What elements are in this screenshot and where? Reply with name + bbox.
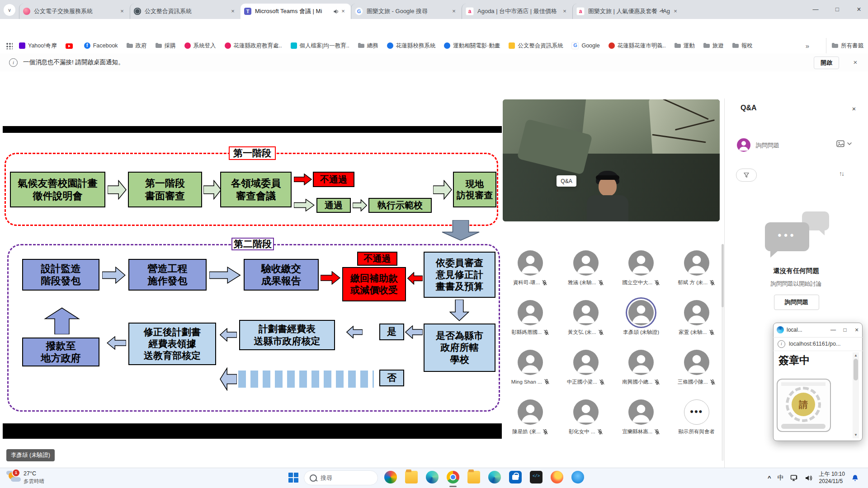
- popup-maximize-button[interactable]: □: [839, 327, 851, 333]
- bookmark-label: 總務: [367, 42, 378, 50]
- taskbar-search[interactable]: 搜尋: [304, 470, 378, 485]
- participant-tile[interactable]: 彰縣媽厝國...: [503, 292, 558, 342]
- screen: ∨ 公文電子交換服務系統 × 公文整合資訊系統 ×: [0, 0, 868, 488]
- participant-tile[interactable]: 宜蘭縣林惠...: [613, 391, 669, 441]
- bookmark-favicon: [675, 42, 681, 49]
- participant-tile[interactable]: ••• 顯示所有與會者: [669, 391, 725, 441]
- qa-attach-media-button[interactable]: [836, 140, 852, 147]
- popup-close-button[interactable]: ×: [851, 326, 863, 333]
- meeting-top-bar: 02:17:20 聊天 ? Q&A Q&A 259 人員 舉手 傳送表情符號: [0, 71, 868, 99]
- popup-url-row[interactable]: i localhost:61161/po...: [773, 337, 863, 351]
- participant-tile[interactable]: 南興國小總...: [613, 342, 669, 391]
- taskbar-app-icon[interactable]: [426, 471, 439, 483]
- notification-bell-icon[interactable]: [851, 474, 859, 482]
- participant-tile[interactable]: 彰化女中 ...: [558, 391, 614, 441]
- enable-notifications-button[interactable]: 開啟: [814, 56, 839, 69]
- browser-tab[interactable]: Agoda | 台中市酒店 | 最佳價格 ×: [462, 4, 572, 19]
- arrow-right-red-icon: [321, 271, 340, 285]
- taskbar-app-icon[interactable]: [488, 471, 501, 483]
- bookmark-item[interactable]: 系統登入: [184, 42, 216, 50]
- bookmark-item[interactable]: 公文整合資訊系統: [509, 42, 563, 50]
- bookmark-item[interactable]: 花蓮縣政府教育處..: [225, 42, 282, 50]
- participant-tile[interactable]: 李彥頡 (未驗證): [613, 292, 669, 342]
- participant-tile[interactable]: 國立空中大...: [613, 242, 669, 292]
- participant-video-tile[interactable]: [503, 99, 720, 221]
- window-maximize-button[interactable]: □: [828, 4, 846, 15]
- bookmark-item[interactable]: 旅遊: [703, 42, 724, 50]
- browser-tab[interactable]: 公文整合資訊系統 ×: [130, 4, 241, 19]
- bookmark-item[interactable]: Facebook: [84, 42, 118, 49]
- bookmark-item[interactable]: Yahoo!奇摩: [19, 42, 57, 50]
- qa-sort-button[interactable]: ↑↓: [839, 170, 844, 177]
- tab-close-icon[interactable]: ×: [229, 7, 237, 15]
- taskbar-app-icon[interactable]: [530, 471, 542, 483]
- person-body: [587, 195, 628, 221]
- participant-tile[interactable]: 資科司-環...: [503, 242, 558, 292]
- weather-condition[interactable]: 多雲時晴: [24, 478, 44, 485]
- tab-audio-icon[interactable]: [333, 9, 339, 14]
- participant-tile[interactable]: 郁斌 方 (未...: [669, 242, 725, 292]
- new-tab-button[interactable]: +: [656, 5, 668, 17]
- taskbar-app-icon[interactable]: [384, 471, 397, 483]
- bookmark-item[interactable]: 花蓮縣花蓮市明義..: [609, 42, 666, 50]
- taskbar-app-icon[interactable]: [571, 471, 584, 483]
- bookmark-item[interactable]: 報稅: [732, 42, 753, 50]
- popup-minimize-button[interactable]: —: [827, 327, 839, 333]
- tab-close-icon[interactable]: ×: [561, 7, 569, 15]
- popup-scroll-down-icon[interactable]: ▼: [854, 433, 858, 437]
- all-bookmarks-button[interactable]: 所有書籤: [826, 38, 863, 53]
- participant-tile[interactable]: 雅涵 (未驗...: [558, 242, 614, 292]
- browser-tab[interactable]: Microsoft Teams 會議 | Mi ×: [241, 4, 351, 19]
- volume-icon[interactable]: [805, 474, 813, 482]
- window-minimize-button[interactable]: —: [807, 4, 825, 15]
- participant-tile[interactable]: 陳星皓 (來...: [503, 391, 558, 441]
- stamp-bar: [781, 424, 826, 429]
- popup-titlebar[interactable]: local... — □ ×: [773, 323, 863, 338]
- participant-tile[interactable]: Ming Shan ...: [503, 342, 558, 391]
- start-button[interactable]: [288, 473, 298, 483]
- tray-clock[interactable]: 上午 10:10 2024/11/5: [819, 471, 845, 485]
- bookmark-item[interactable]: 運動: [675, 42, 695, 50]
- bookmark-item[interactable]: 採購: [156, 42, 176, 50]
- tab-close-icon[interactable]: ×: [450, 7, 458, 15]
- bookmark-item[interactable]: 個人檔案|均一教育..: [291, 42, 349, 50]
- qa-ask-question-button[interactable]: 詢問問題: [774, 295, 819, 310]
- bookmark-item[interactable]: Google: [571, 42, 599, 49]
- bookmark-item[interactable]: 總務: [358, 42, 378, 50]
- qa-panel-close-icon[interactable]: ×: [848, 103, 860, 115]
- tab-close-icon[interactable]: ×: [339, 7, 347, 15]
- apps-grid-icon[interactable]: [5, 42, 13, 49]
- participant-tile[interactable]: 家萱 (未驗...: [669, 292, 725, 342]
- mic-muted-icon: [542, 429, 548, 435]
- participants-scrollbar-thumb[interactable]: [722, 244, 724, 307]
- tab-close-icon[interactable]: ×: [118, 7, 126, 15]
- qa-filter-button[interactable]: [736, 169, 757, 182]
- participant-tile[interactable]: 黃文弘 (未...: [558, 292, 614, 342]
- taskbar-app-icon[interactable]: [447, 471, 459, 483]
- taskbar-app-icon[interactable]: [467, 471, 480, 483]
- browser-tab[interactable]: 公文電子交換服務系統 ×: [19, 4, 130, 19]
- tab-close-icon[interactable]: ×: [671, 7, 679, 15]
- network-icon[interactable]: [790, 474, 798, 482]
- participant-tile[interactable]: 中正國小梁...: [558, 342, 614, 391]
- popup-scroll-up-icon[interactable]: ▲: [854, 353, 858, 357]
- bookmark-item[interactable]: 政府: [127, 42, 147, 50]
- bookmark-item[interactable]: 運動相關電影·動畫: [444, 42, 500, 50]
- bookmark-label: 運動: [684, 42, 695, 50]
- bookmark-item[interactable]: [66, 43, 75, 49]
- bookmarks-overflow-icon[interactable]: »: [806, 38, 809, 53]
- popup-scrollbar-thumb[interactable]: [854, 359, 858, 380]
- weather-temp[interactable]: 27°C: [24, 470, 36, 477]
- taskbar-app-icon[interactable]: [509, 471, 522, 483]
- qa-ask-input[interactable]: 詢問問題: [756, 141, 779, 150]
- participant-tile[interactable]: 三條國小陳...: [669, 342, 725, 391]
- browser-tab[interactable]: 圄樂文旅 - Google 搜尋 ×: [351, 4, 462, 19]
- tab-search-caret-icon[interactable]: ∨: [4, 4, 15, 16]
- taskbar-app-icon[interactable]: [405, 471, 418, 483]
- bookmark-item[interactable]: 花蓮縣校務系統: [387, 42, 436, 50]
- tray-chevron-up-icon[interactable]: ^: [768, 474, 771, 481]
- window-close-button[interactable]: ×: [850, 4, 868, 15]
- ime-indicator[interactable]: 中: [778, 474, 784, 482]
- taskbar-app-icon[interactable]: [551, 471, 563, 483]
- notification-close-icon[interactable]: ×: [850, 57, 861, 68]
